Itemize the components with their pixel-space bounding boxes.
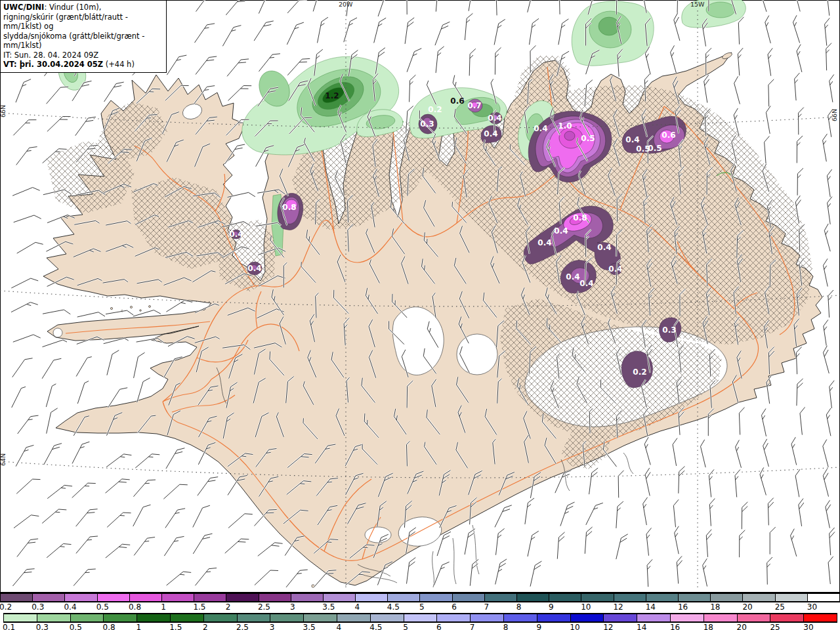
scale-cell <box>337 614 371 621</box>
iceland-weather-svg: 1.20.60.20.70.40.40.30.41.00.50.40.50.50… <box>0 0 840 593</box>
longitude-label-15w: 15W <box>690 1 704 8</box>
wind-barb-halo <box>13 120 36 136</box>
scale-cell <box>437 614 471 621</box>
precip-color-scale: 0.20.30.40.50.811.522.533.544.5567891012… <box>0 593 840 630</box>
wind-barb <box>16 479 40 494</box>
wind-barb-halo <box>77 381 89 404</box>
wind-barb <box>16 79 31 103</box>
wind-barb <box>228 86 252 101</box>
wind-barb-halo <box>643 497 648 525</box>
scale-cell <box>324 594 356 601</box>
scale-cell <box>537 614 571 621</box>
scale-cell <box>637 614 671 621</box>
scale-tick-label: 1.5 <box>169 623 203 630</box>
wind-barb-halo <box>618 471 623 498</box>
precip-value-label: 1.0 <box>558 121 572 131</box>
scale-tick-label: 0.4 <box>64 602 96 613</box>
wind-barb-halo <box>106 479 130 493</box>
scale-cell <box>270 614 304 621</box>
scale-tick-label: 0.1 <box>3 623 36 630</box>
wind-barb-halo <box>193 534 212 554</box>
wind-barb-halo <box>136 339 164 343</box>
scale-cell <box>808 594 840 601</box>
wind-barb-halo <box>166 448 185 469</box>
scale-tick-label: 25 <box>775 602 807 613</box>
scale-cell <box>194 594 226 601</box>
wind-barb-halo <box>469 49 476 75</box>
wind-barb-halo <box>410 75 416 102</box>
wind-barb <box>226 0 247 15</box>
wind-barb-halo <box>193 505 210 527</box>
wind-barb <box>18 415 39 434</box>
scale-cell <box>571 614 604 621</box>
precip-value-label: 0.4 <box>488 114 501 123</box>
precip-value-label: 0.8 <box>573 213 587 222</box>
wind-barb <box>286 570 308 587</box>
scale-tick-label: 4.5 <box>369 623 403 630</box>
sleet-scale-band <box>0 593 840 602</box>
scale-cell <box>517 594 549 601</box>
scale-cell <box>356 594 388 601</box>
scale-cell <box>453 594 485 601</box>
scale-tick-label: 0.5 <box>70 623 103 630</box>
precip-value-label: 0.4 <box>597 243 611 252</box>
scale-tick-label: 5 <box>419 602 452 613</box>
wind-barb-halo <box>258 543 283 556</box>
precip-value-label: 1.2 <box>325 91 339 100</box>
wind-barb-halo <box>106 310 133 315</box>
wind-barb <box>195 24 215 43</box>
wind-barb <box>827 0 831 16</box>
scale-cell <box>65 594 97 601</box>
wind-barb-halo <box>17 242 43 253</box>
wind-barb <box>528 531 539 556</box>
wind-barb-halo <box>254 21 274 41</box>
wind-barb <box>42 358 61 379</box>
wind-barb-halo <box>826 43 831 71</box>
scale-tick-label: 4 <box>355 602 387 613</box>
map-canvas: 1.20.60.20.70.40.40.30.41.00.50.40.50.50… <box>0 0 840 593</box>
wind-barb-halo <box>198 477 218 496</box>
wind-barb-halo <box>76 536 98 553</box>
wind-barb-halo <box>673 438 677 466</box>
wind-barb-halo <box>16 147 37 165</box>
wind-barb-halo <box>259 54 280 72</box>
wind-barb <box>13 120 36 136</box>
scale-tick-label: 5 <box>403 623 436 630</box>
wind-barb <box>107 513 131 527</box>
wind-barb <box>287 0 310 13</box>
wind-barb-halo <box>11 303 38 312</box>
wind-barb-halo <box>44 444 62 465</box>
scale-cell <box>104 614 137 621</box>
wind-barb-halo <box>830 75 834 102</box>
scale-cell <box>776 594 808 601</box>
scale-tick-label: 2 <box>203 623 236 630</box>
wind-barb <box>259 54 280 72</box>
scale-cell <box>304 614 337 621</box>
scale-cell <box>71 614 104 621</box>
scale-cell <box>738 614 771 621</box>
weather-map-page: { "header": { "model_bold": "UWC/DINI", … <box>0 0 840 630</box>
scale-cell <box>704 614 738 621</box>
scale-tick-label: 2.5 <box>258 602 290 613</box>
wind-barb-halo <box>795 469 800 497</box>
wind-barb <box>196 0 217 12</box>
scale-cell <box>804 614 837 621</box>
title-box: UWC/DINI: Vindur (10m), rigning/skúrir (… <box>0 0 167 73</box>
scale-tick-label: 18 <box>710 602 742 613</box>
wind-barb <box>16 147 37 165</box>
wind-barb-halo <box>255 570 278 585</box>
scale-tick-label: 30 <box>803 623 837 630</box>
scale-tick-label: 3.5 <box>303 623 337 630</box>
wind-barb-halo <box>167 572 192 585</box>
scale-tick-label: 3 <box>290 602 322 613</box>
wind-barb-halo <box>47 485 72 498</box>
scale-tick-label: 8 <box>516 602 549 613</box>
scale-tick-label: 6 <box>436 623 470 630</box>
scale-cell <box>226 594 259 601</box>
wind-barb-halo <box>770 527 776 555</box>
sleet-scale-labels: 0.20.30.40.50.811.522.533.544.5567891012… <box>0 602 840 613</box>
wind-barb-halo <box>12 569 34 586</box>
scale-cell <box>98 594 130 601</box>
wind-barb-halo <box>12 387 26 408</box>
scale-cell <box>130 594 162 601</box>
